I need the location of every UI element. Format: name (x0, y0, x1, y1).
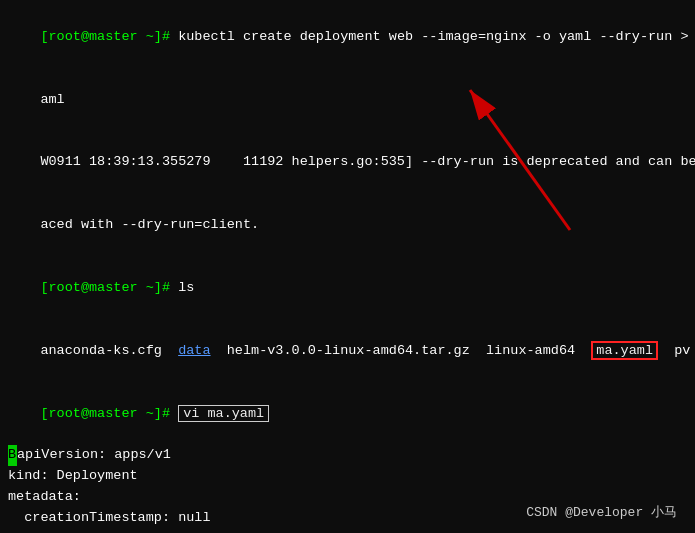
cmd-text: kubectl create deployment web --image=ng… (178, 29, 695, 44)
file-item: pv (658, 343, 690, 358)
prompt: [root@master ~]# (40, 29, 178, 44)
warning-text-cont: aced with --dry-run=client. (40, 217, 259, 232)
highlighted-file: ma.yaml (591, 341, 658, 360)
terminal-line: aml (8, 69, 687, 132)
vi-cmd: vi ma.yaml (178, 405, 269, 422)
watermark: CSDN @Developer 小马 (526, 503, 677, 521)
terminal: [root@master ~]# kubectl create deployme… (0, 0, 695, 533)
yaml-line: BapiVersion: apps/v1 (8, 445, 687, 466)
file-item: helm-v3.0.0-linux-amd64.tar.gz linux-amd… (211, 343, 592, 358)
cmd-text: ls (178, 280, 194, 295)
file-item: anaconda-ks.cfg (40, 343, 178, 358)
prompt: [root@master ~]# (40, 406, 178, 421)
vi-command-line: [root@master ~]# vi ma.yaml (8, 383, 687, 446)
cmd-text: aml (40, 92, 64, 107)
warning-line-cont: aced with --dry-run=client. (8, 194, 687, 257)
yaml-text: creationTimestamp: null (8, 510, 211, 525)
yaml-line: kind: Deployment (8, 466, 687, 487)
warning-text: W0911 18:39:13.355279 11192 helpers.go:5… (40, 154, 695, 169)
yaml-text: kind: Deployment (8, 468, 138, 483)
yaml-text: apiVersion: apps/v1 (17, 447, 171, 462)
yaml-text: metadata: (8, 489, 81, 504)
prompt: [root@master ~]# (40, 280, 178, 295)
cursor: B (8, 445, 17, 466)
ls-output: anaconda-ks.cfg data helm-v3.0.0-linux-a… (8, 320, 687, 383)
terminal-line: [root@master ~]# kubectl create deployme… (8, 6, 687, 69)
terminal-line: [root@master ~]# ls (8, 257, 687, 320)
yaml-line: labels: (8, 529, 687, 533)
dir-item: data (178, 343, 210, 358)
warning-line: W0911 18:39:13.355279 11192 helpers.go:5… (8, 132, 687, 195)
